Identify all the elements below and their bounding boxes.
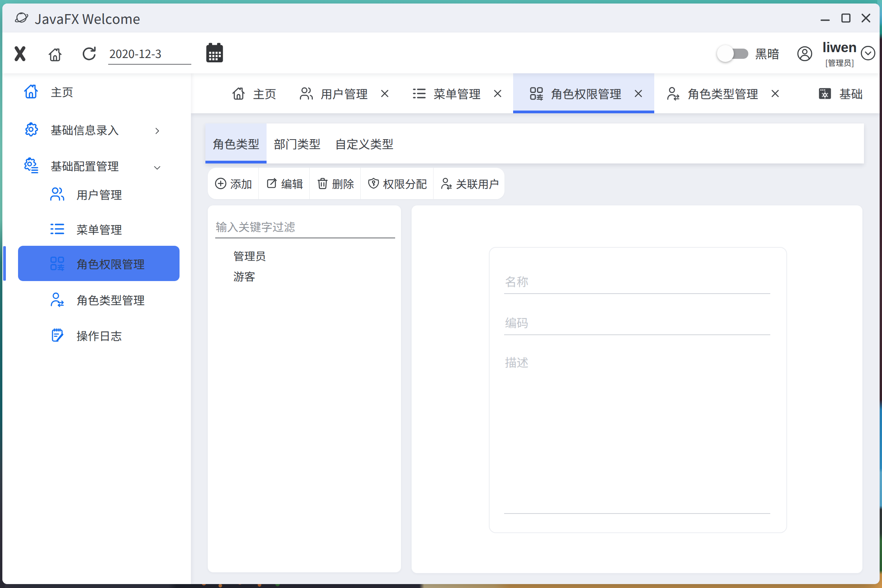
app-logo-icon: [13, 10, 29, 26]
sidebar-item-basic-info-entry[interactable]: 基础信息录入: [2, 112, 191, 147]
sidebar-item-role-permission-management[interactable]: 角色权限管理: [2, 246, 191, 281]
tab-close-icon[interactable]: [770, 89, 780, 98]
person-arrows-icon: [440, 177, 453, 190]
edit-pen-icon: [265, 177, 278, 190]
minimize-button[interactable]: [820, 13, 831, 24]
tab-close-icon[interactable]: [380, 89, 390, 98]
person-arrows-icon: [666, 86, 681, 101]
sidebar-item-label: 角色类型管理: [76, 282, 145, 317]
button-label: 删除: [332, 176, 354, 191]
grid-sliders-icon: [49, 255, 65, 272]
role-form-panel: 描述: [412, 205, 862, 573]
list-icon: [412, 86, 427, 101]
trash-icon: [316, 177, 329, 190]
dark-mode-label: 黑暗: [755, 33, 779, 73]
tab-menu-management[interactable]: 菜单管理: [412, 73, 503, 113]
person-arrows-icon: [49, 291, 65, 308]
tab-role-permission-management[interactable]: 角色权限管理: [513, 73, 654, 113]
button-label: 添加: [230, 176, 252, 191]
sidebar-item-menu-management[interactable]: 菜单管理: [2, 211, 191, 247]
delete-button[interactable]: 删除: [309, 168, 360, 199]
subtab-custom-type[interactable]: 自定义类型: [328, 123, 401, 163]
description-placeholder: 描述: [505, 353, 528, 370]
sidebar-item-label: 主页: [51, 74, 73, 109]
exit-icon-button[interactable]: [14, 45, 26, 62]
sidebar: 主页 基础信息录入 基础配置管理 用户管理 菜单管理: [2, 73, 191, 584]
user-menu-chevron-icon[interactable]: [860, 45, 877, 62]
date-field-underline: [108, 64, 191, 65]
tab-label: 角色权限管理: [551, 85, 621, 102]
sidebar-item-label: 操作日志: [76, 318, 122, 353]
name-field[interactable]: [504, 269, 770, 294]
chevron-down-icon: [153, 163, 162, 172]
chevron-right-icon: [153, 127, 162, 135]
subtab-role-type[interactable]: 角色类型: [205, 123, 267, 163]
subtab-label: 自定义类型: [335, 135, 394, 152]
grid-sliders-icon: [529, 86, 544, 101]
sidebar-item-home[interactable]: 主页: [2, 74, 191, 109]
users-icon: [49, 186, 65, 202]
window-title: JavaFX Welcome: [34, 4, 140, 33]
subtab-label: 角色类型: [212, 135, 260, 152]
sidebar-item-role-type-management[interactable]: 角色类型管理: [2, 282, 191, 317]
close-button[interactable]: [860, 13, 871, 24]
toolbar: 2020-12-3 黑暗 liwen [管理员]: [2, 33, 880, 73]
description-field[interactable]: 描述: [504, 346, 770, 514]
role-list-item-guest[interactable]: 游客: [233, 266, 351, 286]
list-icon: [49, 221, 65, 237]
maximize-button[interactable]: [840, 13, 851, 24]
sidebar-item-label: 菜单管理: [76, 211, 122, 247]
tab-label: 用户管理: [321, 85, 368, 102]
avatar-icon[interactable]: [796, 45, 813, 62]
users-icon: [299, 86, 314, 101]
add-button[interactable]: 添加: [208, 168, 258, 199]
main-area: 主页 基础信息录入 基础配置管理 用户管理 菜单管理: [2, 73, 880, 584]
tab-label: 菜单管理: [434, 85, 481, 102]
home-icon: [231, 86, 246, 101]
sidebar-item-label: 角色权限管理: [76, 246, 145, 281]
plus-circle-icon: [214, 177, 227, 190]
dark-mode-toggle-knob[interactable]: [717, 45, 734, 62]
sub-tab-bar: 角色类型 部门类型 自定义类型: [205, 123, 864, 163]
assign-permission-button[interactable]: 权限分配: [360, 168, 433, 199]
tab-label: 主页: [253, 85, 276, 102]
username: liwen: [821, 40, 858, 55]
user-info: liwen [管理员]: [821, 40, 858, 69]
sidebar-item-label: 用户管理: [76, 176, 122, 212]
role-list-item-admin[interactable]: 管理员: [233, 245, 351, 266]
subtab-department-type[interactable]: 部门类型: [267, 123, 328, 163]
filter-panel: 管理员 游客: [208, 205, 401, 572]
sidebar-item-label: 基础信息录入: [51, 112, 119, 147]
button-label: 关联用户: [456, 176, 500, 191]
tab-label: 角色类型管理: [688, 85, 758, 102]
tab-user-management[interactable]: 用户管理: [299, 73, 390, 113]
role-form-card: 描述: [489, 247, 787, 533]
tab-bar: 主页 用户管理 菜单管理 角色权限管理: [191, 73, 880, 113]
code-field[interactable]: [504, 310, 770, 335]
content-area: 主页 用户管理 菜单管理 角色权限管理: [191, 73, 880, 584]
refresh-icon-button[interactable]: [81, 45, 98, 62]
home-icon: [22, 83, 40, 100]
shield-key-icon: [367, 177, 380, 190]
keyword-filter-input[interactable]: [215, 215, 395, 238]
sidebar-item-user-management[interactable]: 用户管理: [2, 176, 191, 212]
tab-home[interactable]: 主页: [231, 73, 276, 113]
tab-close-icon[interactable]: [493, 89, 503, 98]
user-role: [管理员]: [821, 57, 858, 69]
notepad-pen-icon: [49, 327, 65, 343]
title-bar: JavaFX Welcome: [2, 4, 880, 33]
calendar-icon-button[interactable]: [205, 42, 224, 64]
tab-label: 基础: [839, 85, 863, 102]
tab-role-type-management[interactable]: 角色类型管理: [666, 73, 780, 113]
gear-lines-icon: [22, 157, 40, 174]
edit-button[interactable]: 编辑: [258, 168, 309, 199]
home-icon-button[interactable]: [47, 47, 63, 63]
sidebar-item-operation-log[interactable]: 操作日志: [2, 318, 191, 353]
action-button-bar: 添加 编辑 删除 权限分配 关联用户: [208, 168, 505, 199]
tab-basic[interactable]: 基础: [817, 73, 863, 113]
date-field[interactable]: 2020-12-3: [109, 33, 162, 73]
button-label: 编辑: [281, 176, 303, 191]
link-user-button[interactable]: 关联用户: [433, 168, 506, 199]
gear-icon: [22, 121, 40, 138]
tab-close-icon[interactable]: [633, 89, 643, 98]
